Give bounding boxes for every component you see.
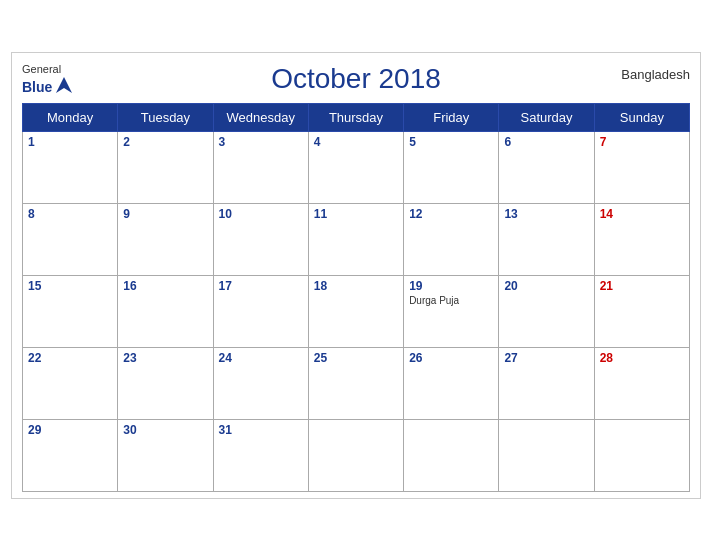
- day-number: 11: [314, 207, 398, 221]
- calendar-day-cell: 18: [308, 275, 403, 347]
- calendar-day-cell: 28: [594, 347, 689, 419]
- calendar-table: Monday Tuesday Wednesday Thursday Friday…: [22, 103, 690, 492]
- calendar-day-cell: 3: [213, 131, 308, 203]
- calendar-title: October 2018: [271, 63, 441, 95]
- col-friday: Friday: [404, 103, 499, 131]
- calendar-day-cell: 10: [213, 203, 308, 275]
- logo-area: General Blue: [22, 63, 74, 99]
- calendar-week-row: 891011121314: [23, 203, 690, 275]
- day-number: 6: [504, 135, 588, 149]
- calendar-day-cell: 21: [594, 275, 689, 347]
- col-tuesday: Tuesday: [118, 103, 213, 131]
- day-number: 8: [28, 207, 112, 221]
- col-sunday: Sunday: [594, 103, 689, 131]
- day-number: 4: [314, 135, 398, 149]
- event-label: Durga Puja: [409, 295, 493, 306]
- day-number: 31: [219, 423, 303, 437]
- calendar-day-cell: 13: [499, 203, 594, 275]
- calendar-day-cell: [308, 419, 403, 491]
- col-monday: Monday: [23, 103, 118, 131]
- calendar-day-cell: 20: [499, 275, 594, 347]
- day-number: 22: [28, 351, 112, 365]
- calendar-day-cell: 17: [213, 275, 308, 347]
- calendar-day-cell: 7: [594, 131, 689, 203]
- day-number: 27: [504, 351, 588, 365]
- calendar-day-cell: 31: [213, 419, 308, 491]
- logo-blue: Blue: [22, 79, 52, 95]
- calendar-day-cell: 6: [499, 131, 594, 203]
- calendar-day-cell: 8: [23, 203, 118, 275]
- calendar-day-cell: 11: [308, 203, 403, 275]
- day-number: 7: [600, 135, 684, 149]
- logo-general: General: [22, 63, 74, 75]
- calendar-day-cell: 9: [118, 203, 213, 275]
- calendar-day-cell: 29: [23, 419, 118, 491]
- calendar-day-cell: 2: [118, 131, 213, 203]
- day-number: 25: [314, 351, 398, 365]
- calendar-day-cell: 30: [118, 419, 213, 491]
- day-number: 21: [600, 279, 684, 293]
- day-number: 14: [600, 207, 684, 221]
- calendar-day-cell: 22: [23, 347, 118, 419]
- calendar-day-cell: 14: [594, 203, 689, 275]
- day-number: 5: [409, 135, 493, 149]
- day-number: 2: [123, 135, 207, 149]
- calendar-day-cell: [594, 419, 689, 491]
- calendar-week-row: 22232425262728: [23, 347, 690, 419]
- country-label: Bangladesh: [621, 67, 690, 82]
- day-number: 23: [123, 351, 207, 365]
- day-number: 12: [409, 207, 493, 221]
- calendar-day-cell: 15: [23, 275, 118, 347]
- calendar-day-cell: 26: [404, 347, 499, 419]
- calendar-day-cell: 12: [404, 203, 499, 275]
- logo-bird-icon: [54, 75, 74, 99]
- col-saturday: Saturday: [499, 103, 594, 131]
- calendar-day-cell: 4: [308, 131, 403, 203]
- calendar-day-cell: 5: [404, 131, 499, 203]
- calendar-container: General Blue October 2018 Bangladesh: [11, 52, 701, 499]
- col-thursday: Thursday: [308, 103, 403, 131]
- svg-marker-0: [56, 77, 72, 93]
- calendar-header: General Blue October 2018 Bangladesh: [22, 63, 690, 95]
- calendar-day-cell: 25: [308, 347, 403, 419]
- calendar-day-cell: 24: [213, 347, 308, 419]
- day-number: 26: [409, 351, 493, 365]
- day-number: 19: [409, 279, 493, 293]
- day-number: 16: [123, 279, 207, 293]
- day-number: 3: [219, 135, 303, 149]
- day-number: 20: [504, 279, 588, 293]
- calendar-day-cell: 16: [118, 275, 213, 347]
- day-number: 9: [123, 207, 207, 221]
- day-number: 29: [28, 423, 112, 437]
- weekday-header-row: Monday Tuesday Wednesday Thursday Friday…: [23, 103, 690, 131]
- day-number: 13: [504, 207, 588, 221]
- calendar-week-row: 1234567: [23, 131, 690, 203]
- day-number: 10: [219, 207, 303, 221]
- day-number: 24: [219, 351, 303, 365]
- day-number: 17: [219, 279, 303, 293]
- calendar-day-cell: 23: [118, 347, 213, 419]
- day-number: 15: [28, 279, 112, 293]
- day-number: 1: [28, 135, 112, 149]
- day-number: 28: [600, 351, 684, 365]
- calendar-day-cell: [499, 419, 594, 491]
- calendar-week-row: 1516171819Durga Puja2021: [23, 275, 690, 347]
- calendar-day-cell: 19Durga Puja: [404, 275, 499, 347]
- calendar-day-cell: 1: [23, 131, 118, 203]
- calendar-week-row: 293031: [23, 419, 690, 491]
- day-number: 18: [314, 279, 398, 293]
- calendar-day-cell: 27: [499, 347, 594, 419]
- calendar-day-cell: [404, 419, 499, 491]
- col-wednesday: Wednesday: [213, 103, 308, 131]
- day-number: 30: [123, 423, 207, 437]
